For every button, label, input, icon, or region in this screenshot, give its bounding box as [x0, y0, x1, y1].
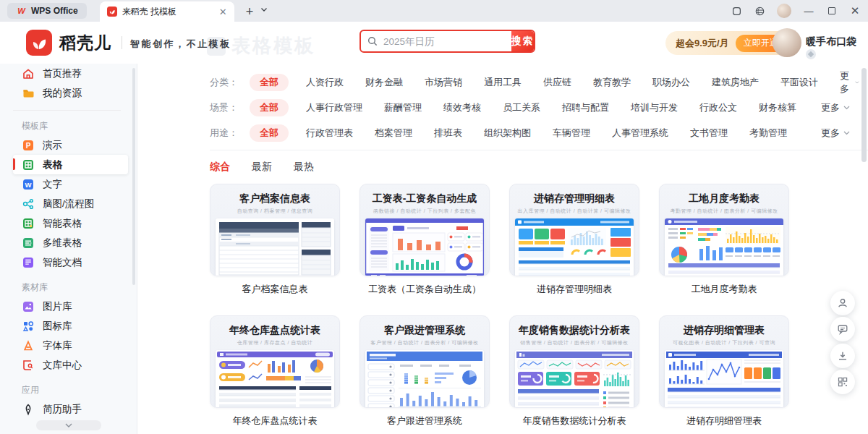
filter-option[interactable]: 全部	[250, 99, 289, 116]
filter-option[interactable]: 全部	[250, 124, 289, 142]
sidebar-item-smart-sheet[interactable]: 智能表格	[13, 213, 128, 233]
template-card[interactable]: 年终仓库盘点统计表 仓库管理 / 库存盘点 / 自动统计	[210, 315, 340, 427]
chevron-down-icon	[843, 106, 850, 110]
tab-list-chevron-icon[interactable]	[260, 2, 268, 15]
filter-option[interactable]: 考勤管理	[749, 127, 787, 140]
filter-option[interactable]: 文书管理	[690, 127, 728, 140]
svg-text:P: P	[26, 141, 31, 149]
sidebar-scrollbar[interactable]	[132, 68, 135, 285]
minimize-button[interactable]: —	[803, 5, 814, 17]
filter-option[interactable]: 通用工具	[484, 76, 522, 89]
download-button[interactable]	[830, 344, 855, 368]
smart-sheet-icon	[22, 217, 35, 230]
qr-code-button[interactable]	[830, 370, 855, 394]
filter-option[interactable]: 建筑房地产	[712, 76, 759, 89]
filter-option[interactable]: 人资行政	[306, 76, 344, 89]
filter-option[interactable]: 车辆管理	[553, 127, 590, 140]
wps-logo-icon: W	[16, 6, 27, 17]
search-button[interactable]: 搜索	[511, 31, 534, 51]
sidebar-item-spreadsheet[interactable]: 表格	[13, 155, 128, 174]
filter-option[interactable]: 招聘与配置	[562, 101, 609, 114]
sidebar-section-templates: 模板库	[22, 118, 137, 134]
tab-docer[interactable]: 来稻壳 找模板 ✕	[100, 1, 234, 22]
search-input[interactable]	[378, 36, 511, 47]
filter-option[interactable]: 绩效考核	[443, 101, 481, 114]
membership-promo[interactable]: 超会9.9元/月 立即开通	[665, 31, 790, 55]
account-avatar[interactable]	[777, 4, 791, 18]
sidebar-item-images[interactable]: 图片库	[13, 297, 128, 316]
sidebar-item-presentation[interactable]: P 演示	[13, 135, 128, 155]
template-card[interactable]: 工地月度考勤表 考勤管理 / 自动统计 / 图表分析 / 可编辑修改	[659, 184, 789, 296]
avatar[interactable]	[773, 28, 801, 57]
template-card[interactable]: 进销存管理明细表 出入库管理 / 自动统计 / 自动计算 / 可编辑修改	[509, 184, 639, 296]
sort-tab-hottest[interactable]: 最热	[294, 161, 314, 174]
sidebar-item-library[interactable]: 文库中心	[13, 355, 128, 375]
filter-option[interactable]: 全部	[250, 74, 289, 91]
template-card[interactable]: 客户跟进管理系统 客户管理 / 自动统计 / 图表分析 / 可编辑修改	[359, 315, 490, 427]
sidebar-item-label: 多维表格	[43, 237, 82, 250]
template-card[interactable]: 工资表-工资条自动生成 函数链接 / 自动统计 / 下拉列表 / 多套配色	[359, 184, 490, 296]
page-scrollbar[interactable]	[861, 68, 867, 162]
filter-option[interactable]: 平面设计	[780, 76, 818, 89]
filter-option[interactable]: 供应链	[543, 76, 571, 89]
multidim-sheet-icon	[22, 237, 35, 250]
tab-wps-office[interactable]: W WPS Office	[7, 3, 87, 19]
image-library-icon	[22, 300, 35, 313]
sidebar-item-icons[interactable]: 图标库	[13, 316, 128, 336]
filter-option[interactable]: 财务核算	[759, 101, 796, 114]
filter-option[interactable]: 培训与开发	[631, 101, 678, 114]
more-button[interactable]: 更多	[821, 127, 850, 140]
feedback-button[interactable]	[830, 317, 855, 341]
template-card[interactable]: 年度销售数据统计分析表 销售管理 / 自动统计 / 图表分析 / 可编辑修改	[509, 315, 639, 427]
sort-tab-comprehensive[interactable]: 综合	[210, 161, 230, 174]
more-button[interactable]: 更多	[840, 69, 859, 95]
new-tab-button[interactable]: +	[246, 5, 254, 18]
home-icon	[22, 67, 35, 80]
sidebar-item-fonts[interactable]: 字体库	[13, 336, 128, 355]
sidebar-item-multidim-sheet[interactable]: 多维表格	[13, 233, 128, 252]
globe-icon[interactable]	[754, 5, 765, 17]
maximize-button[interactable]	[826, 5, 838, 17]
filter-option[interactable]: 人事行政管理	[306, 101, 362, 114]
sidebar-item-smart-doc[interactable]: 智能文档	[13, 252, 128, 272]
filter-option[interactable]: 教育教学	[593, 76, 631, 89]
divider	[122, 36, 122, 49]
filter-option[interactable]: 组织架构图	[484, 127, 531, 140]
filter-option[interactable]: 排班表	[434, 127, 462, 140]
filter-option[interactable]: 财务金融	[365, 76, 403, 89]
tab-label: 来稻壳 找模板	[122, 6, 176, 18]
filter-option[interactable]: 人事管理系统	[612, 127, 668, 140]
close-button[interactable]: ✕	[849, 5, 861, 17]
workspace-icon[interactable]	[731, 5, 742, 17]
filter-option[interactable]: 行政公文	[699, 101, 737, 114]
template-title: 年终仓库盘点统计表	[210, 324, 339, 337]
sidebar-expand-button[interactable]	[36, 420, 101, 430]
filter-option[interactable]: 档案管理	[375, 127, 412, 140]
template-caption: 年终仓库盘点统计表	[210, 414, 340, 427]
sidebar-item-home[interactable]: 首页推荐	[13, 64, 128, 83]
template-preview	[216, 218, 334, 276]
filter-label: 用途：	[210, 127, 238, 140]
sort-tab-newest[interactable]: 最新	[252, 161, 272, 174]
more-button[interactable]: 更多	[821, 101, 850, 114]
filter-option[interactable]: 薪酬管理	[384, 101, 422, 114]
filter-option[interactable]: 行政管理表	[306, 127, 353, 140]
template-card[interactable]: 客户档案信息表 自动查询 / 档案管理 / 信息查询	[210, 184, 340, 296]
docer-logo[interactable]: 稻壳儿	[26, 30, 111, 56]
filter-option[interactable]: 员工关系	[503, 101, 540, 114]
docer-logo-icon	[26, 30, 52, 56]
sidebar-section-assets: 素材库	[22, 279, 137, 295]
template-tags: 可视化图表 / 自动统计 / 下拉列表 / 可查询	[660, 339, 788, 346]
filter-option[interactable]: 市场营销	[425, 76, 462, 89]
sidebar-item-label: 智能表格	[43, 217, 82, 230]
sidebar-item-writer[interactable]: W 文字	[13, 174, 128, 194]
sidebar-item-my-resources[interactable]: 我的资源	[13, 83, 128, 103]
customer-service-button[interactable]	[830, 291, 855, 315]
sidebar-item-resume-assistant[interactable]: 简历助手	[13, 399, 128, 419]
template-card[interactable]: 进销存明细管理表 可视化图表 / 自动统计 / 下拉列表 / 可查询	[659, 315, 789, 427]
close-tab-icon[interactable]: ✕	[219, 7, 227, 17]
qr-code-icon	[837, 376, 848, 388]
folder-icon	[22, 87, 35, 100]
filter-option[interactable]: 职场办公	[652, 76, 690, 89]
sidebar-item-mindmap[interactable]: 脑图/流程图	[13, 194, 128, 213]
